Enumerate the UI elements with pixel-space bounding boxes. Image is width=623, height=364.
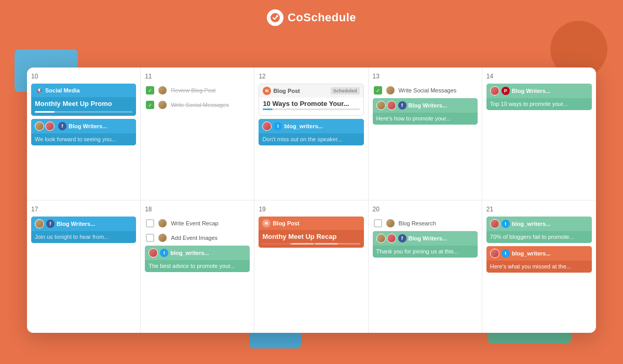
blogpost-label-12: Blog Post: [273, 88, 300, 94]
blog-writers-body-20: Thank you for joining us at this...: [376, 248, 474, 254]
task-write-social-13[interactable]: ✓ Write Social Messages: [373, 84, 478, 97]
day-number-17: 17: [31, 206, 136, 213]
fb-icon-20: f: [398, 234, 407, 242]
brand-name: CoSchedule: [288, 11, 356, 24]
task-event-images[interactable]: Add Event Images: [145, 231, 250, 245]
blog-writers-body: We look forward to seeing you...: [35, 136, 132, 142]
task-recap-label: Write Event Recap: [171, 220, 249, 226]
checkbox-checked-2[interactable]: ✓: [146, 101, 154, 109]
blog-writers-label-17: Blog Writers...: [57, 221, 95, 227]
blog-writers-body-13: Here's how to promote your...: [376, 115, 474, 122]
day-number-13: 13: [373, 73, 478, 80]
avatar-17: [35, 219, 44, 228]
calendar-cell-13: 13 ✓ Write Social Messages f Blog Writer…: [369, 68, 482, 200]
blog-writers-label-21b: blog_writers...: [512, 250, 551, 257]
blog-writers-body-21b: Here's what you missed at the...: [490, 263, 588, 269]
avatar-11-1: [158, 86, 167, 95]
facebook-icon: f: [58, 122, 66, 130]
task-write-label: Write Social Messages: [171, 102, 249, 108]
calendar-cell-14: 14 P Blog Writers... Top 10 ways to prom…: [482, 68, 596, 200]
avatar-18c: [148, 248, 158, 258]
logo: CoSchedule: [267, 9, 356, 26]
blogpost-red-19[interactable]: ≋ Blog Post Monthy Meet Up Recap: [259, 217, 363, 248]
blogpost-card-12[interactable]: ≋ Blog Post Scheduled 10 Ways to Promote…: [259, 84, 363, 116]
calendar-container: 10 📢 Social Media Monthly Meet Up Promo: [27, 68, 596, 333]
social-media-icon: 📢: [35, 86, 43, 95]
twitter-writers-18[interactable]: t blog_writers... The best advice to pro…: [145, 246, 250, 272]
blog-writers-label-21a: blog_writers...: [512, 221, 551, 227]
avatar-12: [262, 122, 272, 131]
calendar-cell-12: 12 ≋ Blog Post Scheduled 10 Ways to Prom…: [254, 68, 368, 200]
blog-writers-body-17: Join us tonight to hear from...: [35, 234, 132, 240]
calendar-cell-10: 10 📢 Social Media Monthly Meet Up Promo: [27, 68, 141, 200]
logo-icon: [267, 9, 283, 26]
task-write-social[interactable]: ✓ Write Social Messages: [145, 98, 250, 112]
rss-icon-12: ≋: [263, 87, 271, 95]
avatar-20: [386, 219, 395, 228]
blog-writers-label-14: Blog Writers...: [512, 88, 550, 94]
day-number-14: 14: [486, 73, 592, 80]
social-media-title: Monthly Meet Up Promo: [35, 100, 132, 109]
task-review-label: Review Blog Post: [171, 87, 249, 93]
blog-writers-body-14: Top 10 ways to promote your...: [490, 101, 588, 107]
day-number-12: 12: [259, 73, 363, 80]
avatar-brown-20: [376, 234, 386, 243]
avatar-18b: [158, 233, 167, 242]
day-number-19: 19: [259, 206, 363, 213]
pinterest-icon-14: P: [502, 87, 510, 95]
tw-icon-21a: t: [502, 220, 510, 228]
avatar-21b: [490, 249, 499, 258]
blogpost-title-12: 10 Ways to Promote Your...: [259, 98, 363, 109]
checkbox-unchecked-20[interactable]: [374, 219, 382, 227]
blog-writers-label-18: blog_writers...: [170, 250, 209, 256]
twitter-writers-12[interactable]: t blog_writers... Don't miss out on the …: [259, 119, 363, 145]
tw-icon-21b: t: [502, 249, 510, 258]
social-media-card[interactable]: 📢 Social Media Monthly Meet Up Promo: [31, 84, 136, 116]
pinterest-writers-14[interactable]: P Blog Writers... Top 10 ways to promote…: [486, 84, 592, 110]
checkbox-unchecked-18b[interactable]: [146, 234, 154, 242]
blog-writers-label: Blog Writers...: [69, 123, 107, 129]
calendar-cell-21: 21 t blog_writers... 70% of bloggers fai…: [482, 200, 596, 333]
tw-icon-18: t: [160, 249, 168, 257]
blog-writers-card-10[interactable]: f Blog Writers... We look forward to see…: [31, 119, 136, 145]
day-number-11: 11: [145, 73, 250, 80]
task-event-recap[interactable]: Write Event Recap: [145, 217, 250, 230]
blog-writers-label-13: Blog Writers...: [409, 102, 447, 109]
task-write-label-13: Write Social Messages: [399, 87, 477, 93]
day-number-21: 21: [486, 206, 592, 213]
svg-point-0: [270, 13, 280, 22]
blog-writers-green-20[interactable]: f Blog Writers... Thank you for joining …: [373, 231, 478, 258]
twitter-icon-12: t: [274, 122, 282, 130]
checkbox-checked-1[interactable]: ✓: [146, 86, 154, 95]
avatar-11-2: [158, 100, 167, 110]
blogpost-title-19: Monthy Meet Up Recap: [262, 233, 360, 240]
calendar-grid: 10 📢 Social Media Monthly Meet Up Promo: [27, 68, 596, 333]
checkbox-checked-13[interactable]: ✓: [374, 86, 382, 95]
blog-writers-17[interactable]: f Blog Writers... Join us tonight to hea…: [31, 217, 136, 243]
blog-writers-green-13[interactable]: f Blog Writers... Here's how to promote …: [373, 98, 478, 125]
avatar-brown: [35, 122, 44, 131]
avatar-14: [490, 86, 499, 96]
task-blog-research[interactable]: Blog Research: [373, 217, 478, 230]
twitter-writers-21b[interactable]: t blog_writers... Here's what you missed…: [486, 246, 592, 273]
task-review-blog[interactable]: ✓ Review Blog Post: [145, 84, 250, 97]
twitter-writers-21a[interactable]: t blog_writers... 70% of bloggers fail t…: [486, 217, 592, 243]
svg-point-1: [276, 15, 278, 17]
scheduled-badge: Scheduled: [331, 87, 360, 95]
day-number-20: 20: [373, 206, 478, 213]
blog-writers-body-18: The best advice to promote your...: [148, 263, 246, 269]
calendar-cell-18: 18 Write Event Recap Add Event Images t …: [141, 200, 254, 333]
day-number-18: 18: [145, 206, 250, 213]
fb-icon-17: f: [46, 220, 55, 228]
blog-writers-label-12: blog_writers...: [284, 123, 323, 129]
header: CoSchedule: [0, 0, 623, 33]
blog-writers-label-20: Blog Writers...: [409, 235, 447, 241]
day-number-10: 10: [31, 73, 136, 80]
task-images-label: Add Event Images: [171, 235, 249, 241]
rss-icon-19: ≋: [262, 219, 270, 227]
fb-icon-13: f: [398, 101, 407, 110]
checkbox-unchecked-18a[interactable]: [146, 219, 154, 227]
calendar-cell-11: 11 ✓ Review Blog Post ✓ Write Social Mes…: [141, 68, 254, 200]
avatar-18a: [158, 219, 167, 228]
avatar-13: [386, 86, 395, 95]
